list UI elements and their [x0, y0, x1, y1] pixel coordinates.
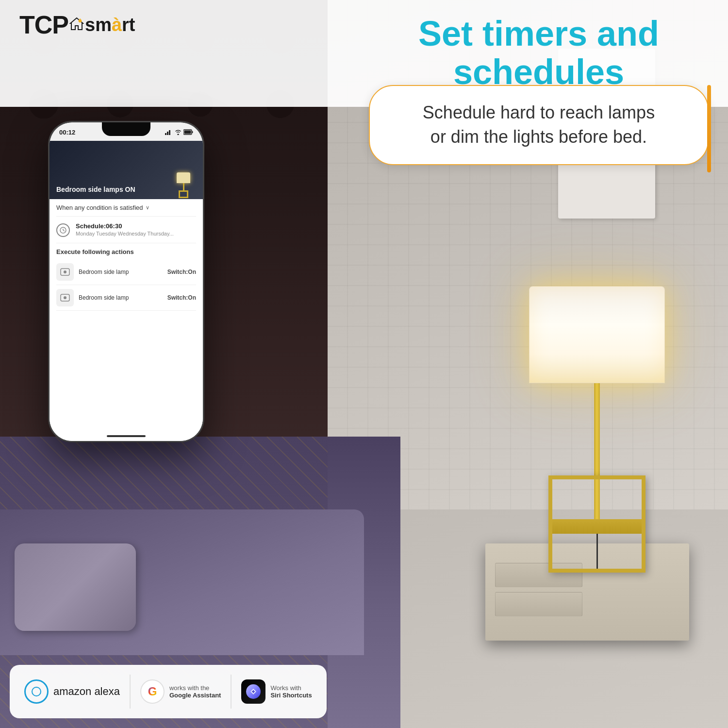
- schedule-item: Schedule:06:30 Monday Tuesday Wednesday …: [56, 217, 196, 243]
- app-screen: Bedroom side lamps ON When any condition…: [50, 141, 203, 441]
- svg-rect-5: [169, 130, 170, 135]
- svg-rect-3: [165, 133, 166, 135]
- signal-icon: [165, 129, 173, 135]
- siri-shortcut-icon: [246, 684, 261, 699]
- alexa-inner-icon: [32, 687, 41, 696]
- status-icons: [165, 129, 193, 135]
- phone-mockup: 00:12: [49, 121, 204, 442]
- lamp: [529, 286, 665, 573]
- siri-works-label: Works with: [270, 684, 312, 692]
- svg-line-11: [63, 230, 65, 231]
- logo-house-icon: [69, 17, 84, 31]
- chevron-down-icon: ∨: [146, 204, 149, 211]
- svg-point-13: [64, 271, 66, 273]
- schedule-text: Schedule:06:30 Monday Tuesday Wednesday …: [76, 222, 196, 237]
- device-icon-1: [56, 263, 74, 281]
- lamp-shade: [529, 286, 665, 383]
- phone-body: 00:12: [49, 121, 204, 442]
- schedule-title: Schedule:06:30: [76, 222, 196, 230]
- status-time: 00:12: [59, 129, 75, 136]
- google-assistant-label: Google Assistant: [169, 692, 221, 699]
- siri-text: Works with Siri Shortcuts: [270, 684, 312, 699]
- svg-rect-4: [167, 132, 168, 135]
- nightstand-drawer-bottom: [495, 592, 582, 616]
- phone-screen: 00:12: [50, 122, 203, 441]
- action-device-name-1: Bedroom side lamp: [79, 269, 163, 275]
- subtitle-line2: or dim the lights before bed.: [430, 127, 647, 147]
- orange-accent-line: [707, 85, 711, 172]
- headline-title: Set timers and schedules: [369, 15, 709, 91]
- action-switch-2: Switch:On: [167, 294, 196, 301]
- logo-smart-text: smàrt: [85, 16, 135, 34]
- badge-siri: Works with Siri Shortcuts: [241, 679, 312, 704]
- badge-alexa: amazon alexa: [24, 679, 120, 704]
- alexa-label: amazon alexa: [53, 685, 120, 698]
- status-bar: 00:12: [50, 126, 203, 138]
- wifi-icon: [175, 129, 182, 135]
- google-g-icon: G: [148, 685, 157, 698]
- condition-label: When any condition is satisfied: [56, 204, 143, 211]
- badge-google: G works with the Google Assistant: [140, 679, 221, 704]
- logo-tcp-text: TCP: [19, 12, 68, 37]
- google-text: works with the Google Assistant: [169, 684, 221, 699]
- action-device-name-2: Bedroom side lamp: [79, 294, 163, 301]
- phone-power-button: [203, 181, 204, 210]
- action-item-2: Bedroom side lamp Switch:On: [56, 285, 196, 311]
- lamp-frame: [548, 475, 645, 573]
- schedule-days: Monday Tuesday Wednesday Thursday...: [76, 231, 196, 237]
- bottom-badges: amazon alexa G works with the Google Ass…: [10, 665, 327, 718]
- alexa-ring-icon: [24, 679, 49, 704]
- subtitle-box: Schedule hard to reach lamps or dim the …: [369, 85, 709, 165]
- google-circle-icon: G: [140, 679, 165, 704]
- device-icon-2: [56, 289, 74, 306]
- subtitle-text: Schedule hard to reach lamps or dim the …: [394, 101, 683, 150]
- subtitle-line1: Schedule hard to reach lamps: [423, 102, 655, 122]
- siri-shortcuts-label: Siri Shortcuts: [270, 692, 312, 699]
- app-body: When any condition is satisfied ∨: [50, 199, 203, 314]
- app-header-title: Bedroom side lamps ON: [56, 186, 135, 193]
- pillow1: [15, 543, 136, 631]
- badge-divider-2: [231, 675, 232, 709]
- badge-divider-1: [130, 675, 131, 709]
- battery-icon: [183, 129, 193, 135]
- logo-area: TCP smàrt: [19, 12, 135, 37]
- clock-icon: [56, 223, 70, 237]
- google-works-label: works with the: [169, 684, 221, 692]
- execute-label: Execute following actions: [56, 248, 196, 255]
- svg-rect-8: [184, 131, 191, 134]
- siri-icon-container: [241, 679, 265, 704]
- headline-area: Set timers and schedules: [369, 15, 709, 91]
- svg-point-15: [64, 296, 66, 299]
- phone-home-bar: [107, 435, 146, 437]
- svg-point-1: [79, 19, 82, 22]
- condition-row: When any condition is satisfied ∨: [56, 199, 196, 217]
- action-item-1: Bedroom side lamp Switch:On: [56, 259, 196, 285]
- app-header-image: Bedroom side lamps ON: [50, 141, 203, 199]
- execute-section: Execute following actions Bedroom side l…: [56, 243, 196, 314]
- action-switch-1: Switch:On: [167, 269, 196, 275]
- svg-rect-7: [192, 131, 193, 133]
